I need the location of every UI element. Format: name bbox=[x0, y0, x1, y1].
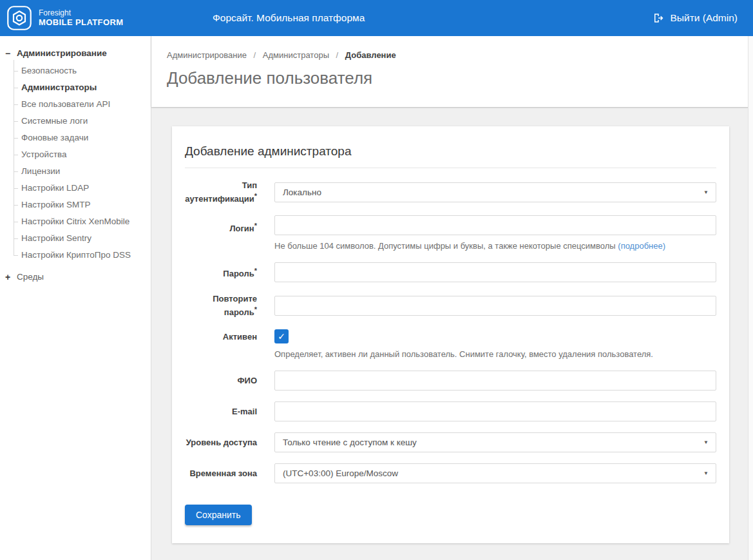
sidebar-subnav: Безопасность Администраторы Все пользова… bbox=[0, 63, 151, 264]
password-input[interactable] bbox=[274, 262, 716, 282]
foresight-logo-icon bbox=[6, 5, 32, 31]
chevron-down-icon: ▼ bbox=[703, 470, 709, 476]
app-title: Форсайт. Мобильная платформа bbox=[213, 12, 365, 24]
chevron-down-icon: ▼ bbox=[703, 439, 709, 445]
active-label: Активен bbox=[185, 329, 257, 360]
field-row-password-repeat: Повторите пароль* bbox=[185, 293, 716, 318]
card-title: Добавление администратора bbox=[185, 139, 716, 168]
timezone-label: Временная зона bbox=[185, 468, 257, 479]
sign-out-icon bbox=[653, 12, 664, 24]
sidebar-item-smtp-settings[interactable]: Настройки SMTP bbox=[0, 197, 151, 213]
logo-text: Foresight MOBILE PLATFORM bbox=[39, 8, 123, 28]
full-name-input[interactable] bbox=[274, 371, 716, 391]
logo-line1: Foresight bbox=[39, 8, 123, 17]
timezone-select[interactable]: (UTC+03:00) Europe/Moscow ▼ bbox=[274, 463, 716, 483]
sidebar-section-environments[interactable]: + Среды bbox=[0, 269, 151, 285]
full-name-label: ФИО bbox=[185, 375, 257, 386]
required-asterisk: * bbox=[254, 305, 257, 313]
login-help-more-link[interactable]: (подробнее) bbox=[618, 241, 665, 251]
field-row-timezone: Временная зона (UTC+03:00) Europe/Moscow… bbox=[185, 463, 716, 483]
vertical-scrollbar[interactable] bbox=[748, 36, 753, 560]
sidebar: − Администрирование Безопасность Админис… bbox=[0, 36, 151, 560]
email-label: E-mail bbox=[185, 406, 257, 417]
save-button[interactable]: Сохранить bbox=[185, 505, 252, 525]
breadcrumb: Администрирование / Администраторы / Доб… bbox=[167, 50, 753, 60]
checkmark-icon: ✓ bbox=[278, 331, 285, 342]
main-content: Администрирование / Администраторы / Доб… bbox=[151, 36, 753, 560]
app-header: Foresight MOBILE PLATFORM Форсайт. Мобил… bbox=[0, 0, 753, 36]
password-repeat-input[interactable] bbox=[274, 296, 716, 316]
breadcrumb-administrators[interactable]: Администраторы bbox=[263, 50, 329, 60]
sidebar-section-label: Среды bbox=[17, 269, 44, 285]
field-row-login: Логин* Не больше 104 символов. Допустимы… bbox=[185, 215, 716, 251]
sidebar-item-administrators[interactable]: Администраторы bbox=[0, 79, 151, 96]
sidebar-item-sentry-settings[interactable]: Настройки Sentry bbox=[0, 230, 151, 247]
sidebar-item-api-users[interactable]: Все пользователи API bbox=[0, 96, 151, 113]
active-help: Определяет, активен ли данный пользовате… bbox=[274, 349, 716, 360]
password-label: Пароль* bbox=[185, 266, 257, 279]
sidebar-item-background-tasks[interactable]: Фоновые задачи bbox=[0, 130, 151, 146]
auth-type-select[interactable]: Локально ▼ bbox=[274, 182, 716, 202]
login-help: Не больше 104 символов. Допустимы цифры … bbox=[274, 240, 716, 251]
sidebar-item-security[interactable]: Безопасность bbox=[0, 63, 151, 79]
breadcrumb-administration[interactable]: Администрирование bbox=[167, 50, 247, 60]
chevron-down-icon: ▼ bbox=[703, 189, 709, 195]
logout-button[interactable]: Выйти (Admin) bbox=[653, 12, 738, 24]
access-level-value: Только чтение с доступом к кешу bbox=[283, 438, 417, 447]
logo-line2: MOBILE PLATFORM bbox=[39, 17, 123, 28]
field-row-full-name: ФИО bbox=[185, 371, 716, 391]
timezone-value: (UTC+03:00) Europe/Moscow bbox=[283, 468, 398, 478]
breadcrumb-separator: / bbox=[249, 50, 261, 60]
access-level-select[interactable]: Только чтение с доступом к кешу ▼ bbox=[274, 432, 716, 452]
field-row-access-level: Уровень доступа Только чтение с доступом… bbox=[185, 432, 716, 452]
required-asterisk: * bbox=[254, 192, 257, 200]
field-row-password: Пароль* bbox=[185, 262, 716, 282]
required-asterisk: * bbox=[254, 267, 257, 275]
sidebar-item-devices[interactable]: Устройства bbox=[0, 146, 151, 163]
required-asterisk: * bbox=[254, 222, 257, 229]
field-row-active: Активен ✓ Определяет, активен ли данный … bbox=[185, 329, 716, 360]
sidebar-item-ldap-settings[interactable]: Настройки LDAP bbox=[0, 180, 151, 197]
auth-type-label: Тип аутентификации* bbox=[185, 180, 257, 204]
page-title: Добавление пользователя bbox=[167, 68, 753, 88]
sidebar-item-licenses[interactable]: Лицензии bbox=[0, 163, 151, 180]
sidebar-item-citrix-xenmobile-settings[interactable]: Настройки Citrix XenMobile bbox=[0, 213, 151, 230]
logo: Foresight MOBILE PLATFORM bbox=[6, 5, 123, 31]
page-header-band: Администрирование / Администраторы / Доб… bbox=[151, 36, 753, 107]
login-label: Логин* bbox=[185, 215, 257, 251]
active-checkbox[interactable]: ✓ bbox=[274, 329, 289, 343]
add-admin-card: Добавление администратора Тип аутентифик… bbox=[172, 126, 729, 543]
logout-label: Выйти (Admin) bbox=[671, 12, 738, 24]
expand-icon[interactable]: + bbox=[5, 269, 15, 285]
email-input[interactable] bbox=[274, 401, 716, 421]
sidebar-item-system-logs[interactable]: Системные логи bbox=[0, 113, 151, 130]
login-input[interactable] bbox=[274, 215, 716, 235]
password-repeat-label: Повторите пароль* bbox=[185, 293, 257, 318]
breadcrumb-current: Добавление bbox=[345, 50, 396, 60]
sidebar-item-cryptopro-dss-settings[interactable]: Настройки КриптоПро DSS bbox=[0, 247, 151, 264]
sidebar-section-label: Администрирование bbox=[17, 45, 107, 62]
field-row-email: E-mail bbox=[185, 401, 716, 421]
breadcrumb-separator: / bbox=[332, 50, 343, 60]
sidebar-section-administration[interactable]: − Администрирование bbox=[0, 45, 151, 62]
auth-type-value: Локально bbox=[283, 188, 321, 197]
access-level-label: Уровень доступа bbox=[185, 437, 257, 448]
field-row-auth-type: Тип аутентификации* Локально ▼ bbox=[185, 180, 716, 204]
